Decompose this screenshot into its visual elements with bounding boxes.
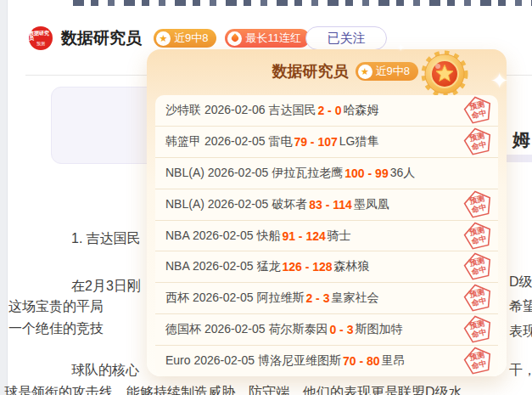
clipped-article-title [73,0,532,6]
match-text: 哈森姆 [343,103,378,118]
match-text: NBA 2026-02-05 猛龙 [165,259,280,274]
page-left-gutter [0,0,8,395]
popup-badge-label: 近9中8 [376,64,410,79]
article-fragment: 干， [509,362,532,378]
star-icon: ★ [156,31,171,46]
prediction-hit-stamp-icon: 预测命中 [460,283,497,314]
prediction-row[interactable]: 德国杯 2026-02-05 荷尔斯泰因0 - 3斯图加特预测命中 [155,314,498,346]
match-text: NBL(A) 2026-02-05 破坏者 [165,197,307,212]
badge-recent-hits-label: 近9中8 [174,31,208,46]
article-fragment: 希望 [509,298,532,314]
prediction-row[interactable]: 韩篮甲 2026-02-05 雷电79 - 107LG猎隼预测命中 [155,127,498,158]
match-score: 0 - 3 [328,323,355,336]
article-paragraph-line: 在2月3日刚 [71,278,141,294]
match-text: 里昂 [382,353,406,369]
match-score: 100 - 99 [343,166,389,180]
match-text: LG猎隼 [339,134,379,150]
article-paragraph-line: 这场宝贵的平局 [8,298,104,314]
prediction-hit-stamp-icon: 预测命中 [460,189,497,221]
star-icon: ★ [358,65,372,79]
badge-recent-hits: ★ 近9中8 [154,29,216,48]
sparkle-icon: ✦ [396,41,406,54]
match-score: 83 - 114 [307,198,354,212]
popup-badge-recent-hits: ★ 近9中8 [356,62,418,81]
prediction-row[interactable]: 西杯 2026-02-05 阿拉维斯2 - 3皇家社会预测命中 [155,283,498,314]
popup-header: 数据研究员 ★ 近9中8 [147,61,418,82]
article-section-heading: 1. 吉达国民 [71,230,141,246]
match-text: 斯图加特 [355,322,402,337]
sparkle-icon: ✦ [490,68,509,94]
match-text: 西杯 2026-02-05 阿拉维斯 [165,291,304,306]
prediction-result-list: 沙特联 2026-02-06 吉达国民2 - 0哈森姆预测命中韩篮甲 2026-… [155,95,498,376]
article-paragraph-line: 一个绝佳的竞技 [8,320,104,336]
predictions-popup: 数据研究员 ★ 近9中8 ✦ ✦ ✦ 沙特联 2026-02-06 吉达国民2 … [147,49,507,376]
prediction-row[interactable]: NBL(A) 2026-02-05 破坏者83 - 114墨凤凰预测命中 [155,189,498,221]
heading-fragment: 姆 [512,129,530,150]
prediction-hit-stamp-icon: 预测命中 [460,221,497,252]
prediction-row[interactable]: NBA 2026-02-05 快船91 - 124骑士预测命中 [155,221,498,252]
match-quote-box-edge [507,155,532,162]
article-paragraph-line: 球队的核心 [71,362,139,378]
prediction-hit-stamp-icon: 预测命中 [460,314,497,346]
match-text: 德国杯 2026-02-05 荷尔斯泰因 [165,322,328,337]
match-text: 韩篮甲 2026-02-05 雷电 [165,134,292,150]
prediction-row[interactable]: NBA 2026-02-05 猛龙126 - 128森林狼预测命中 [155,251,498,283]
badge-win-streak: 最长11连红 [225,29,310,48]
avatar-subtext: 预测 [36,42,45,46]
match-text: 36人 [390,166,416,181]
match-score: 91 - 124 [280,229,327,243]
popup-title: 数据研究员 [272,61,349,82]
followed-button-label: 已关注 [328,31,366,47]
match-text: 骑士 [328,229,351,244]
match-score: 70 - 80 [341,354,382,368]
profile-header: 数据研究员 预测 数据研究员 ★ 近9中8 最长11连红 [29,24,310,53]
avatar[interactable]: 数据研究员 预测 [29,26,53,50]
match-score: 126 - 128 [280,260,333,274]
fire-icon [227,31,242,46]
article-bottom-line: 球是领衔的攻击线，能够持续制造威胁，防守端，他们的表现更是联盟D级水 [4,384,462,395]
prediction-hit-stamp-icon: 预测命中 [460,95,497,127]
profile-name[interactable]: 数据研究员 [61,27,142,49]
article-fragment: D级 [509,274,532,290]
match-text: 沙特联 2026-02-06 吉达国民 [165,103,316,118]
match-score: 2 - 3 [304,291,331,305]
avatar-text: 数据研究员 [29,31,53,41]
prediction-hit-stamp-icon: 预测命中 [460,346,497,376]
match-score: 2 - 0 [316,104,343,117]
match-score: 79 - 107 [292,135,339,149]
match-text: 墨凤凰 [354,197,389,212]
match-text: 皇家社会 [331,291,378,306]
prediction-row[interactable]: NBL(A) 2026-02-05 伊拉瓦拉老鹰100 - 9936人 [155,158,498,189]
match-text: NBA 2026-02-05 快船 [165,229,280,244]
article-fragment: 表现 [509,323,532,339]
prediction-hit-stamp-icon: 预测命中 [460,251,497,283]
prediction-hit-stamp-icon: 预测命中 [460,127,497,158]
match-text: Euro 2026-02-05 博洛尼亚维图斯 [165,353,341,369]
badge-win-streak-label: 最长11连红 [245,31,301,46]
match-text: NBL(A) 2026-02-05 伊拉瓦拉老鹰 [165,166,343,181]
match-text: 森林狼 [334,259,370,274]
followed-button[interactable]: 已关注 [305,26,387,50]
prediction-row[interactable]: Euro 2026-02-05 博洛尼亚维图斯70 - 80里昂预测命中 [155,346,498,376]
prediction-row[interactable]: 沙特联 2026-02-06 吉达国民2 - 0哈森姆预测命中 [155,95,498,127]
gold-medal-icon [420,49,469,102]
